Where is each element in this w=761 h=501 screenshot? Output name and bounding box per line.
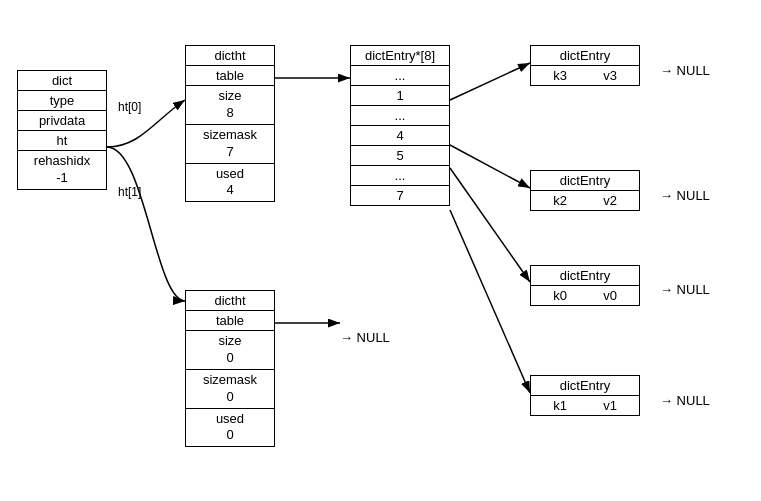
null-k0: → NULL: [660, 282, 710, 297]
dictht1-cell-table: table: [186, 311, 274, 331]
dictht1-cell-used: used0: [186, 409, 274, 447]
diagram: dict type privdata ht rehashidx-1 dictht…: [0, 0, 761, 501]
null-k3: → NULL: [660, 63, 710, 78]
dict-cell-privdata: privdata: [18, 111, 106, 131]
dictht0-cell-used: used4: [186, 164, 274, 202]
k3-label: k3: [553, 68, 567, 83]
v0-label: v0: [603, 288, 617, 303]
entry-k1v1-label: dictEntry: [531, 376, 639, 396]
dictht0-cell-size: size8: [186, 86, 274, 125]
null-k2: → NULL: [660, 188, 710, 203]
ht0-label: ht[0]: [118, 100, 141, 114]
dictht0-cell-table: table: [186, 66, 274, 86]
dict-cell-rehashidx: rehashidx-1: [18, 151, 106, 189]
entry-array: dictEntry*[8] ... 1 ... 4 5 ... 7: [350, 45, 450, 206]
dictht1-cell-dictht: dictht: [186, 291, 274, 311]
k0-label: k0: [553, 288, 567, 303]
dict-cell-ht: ht: [18, 131, 106, 151]
dictht0-struct: dictht table size8 sizemask7 used4: [185, 45, 275, 202]
ht1-label: ht[1]: [118, 185, 141, 199]
k2-label: k2: [553, 193, 567, 208]
entry-arr-2: ...: [351, 106, 449, 126]
entry-arr-6: 7: [351, 186, 449, 205]
entry-k1v1-kv: k1 v1: [531, 396, 639, 415]
entry-k0v0-kv: k0 v0: [531, 286, 639, 305]
dictht1-cell-size: size0: [186, 331, 274, 370]
dict-cell-dict: dict: [18, 71, 106, 91]
entry-k2v2-label: dictEntry: [531, 171, 639, 191]
entry-k2v2: dictEntry k2 v2: [530, 170, 640, 211]
v3-label: v3: [603, 68, 617, 83]
dict-struct: dict type privdata ht rehashidx-1: [17, 70, 107, 190]
k1-label: k1: [553, 398, 567, 413]
entry-k2v2-kv: k2 v2: [531, 191, 639, 210]
entry-k0v0: dictEntry k0 v0: [530, 265, 640, 306]
dict-cell-type: type: [18, 91, 106, 111]
v1-label: v1: [603, 398, 617, 413]
entry-arr-0: ...: [351, 66, 449, 86]
entry-k1v1: dictEntry k1 v1: [530, 375, 640, 416]
dictht0-cell-dictht: dictht: [186, 46, 274, 66]
null-ht1: → NULL: [340, 330, 390, 345]
entry-k3v3: dictEntry k3 v3: [530, 45, 640, 86]
entry-arr-5: ...: [351, 166, 449, 186]
entry-array-label: dictEntry*[8]: [351, 46, 449, 66]
dictht1-cell-sizemask: sizemask0: [186, 370, 274, 409]
entry-k3v3-kv: k3 v3: [531, 66, 639, 85]
entry-arr-3: 4: [351, 126, 449, 146]
v2-label: v2: [603, 193, 617, 208]
entry-arr-4: 5: [351, 146, 449, 166]
entry-k3v3-label: dictEntry: [531, 46, 639, 66]
entry-arr-1: 1: [351, 86, 449, 106]
entry-k0v0-label: dictEntry: [531, 266, 639, 286]
null-k1: → NULL: [660, 393, 710, 408]
dictht1-struct: dictht table size0 sizemask0 used0: [185, 290, 275, 447]
dictht0-cell-sizemask: sizemask7: [186, 125, 274, 164]
